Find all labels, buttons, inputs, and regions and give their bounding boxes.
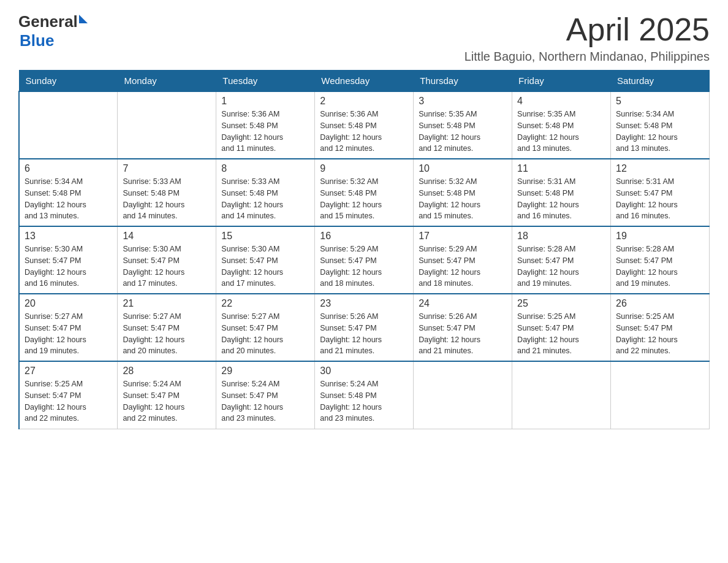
calendar-cell: 13Sunrise: 5:30 AMSunset: 5:47 PMDayligh… — [19, 226, 118, 294]
calendar-week-2: 6Sunrise: 5:34 AMSunset: 5:48 PMDaylight… — [19, 159, 710, 226]
day-number: 24 — [419, 298, 507, 309]
day-info: Sunrise: 5:27 AMSunset: 5:47 PMDaylight:… — [123, 311, 211, 357]
day-info: Sunrise: 5:26 AMSunset: 5:47 PMDaylight:… — [320, 311, 408, 357]
day-number: 18 — [517, 231, 605, 242]
day-number: 7 — [123, 163, 211, 174]
day-number: 2 — [320, 96, 408, 107]
day-info: Sunrise: 5:33 AMSunset: 5:48 PMDaylight:… — [123, 176, 211, 222]
day-number: 22 — [221, 298, 309, 309]
day-info: Sunrise: 5:31 AMSunset: 5:48 PMDaylight:… — [517, 176, 605, 222]
calendar-cell: 26Sunrise: 5:25 AMSunset: 5:47 PMDayligh… — [611, 294, 710, 361]
column-header-friday: Friday — [512, 71, 611, 92]
day-info: Sunrise: 5:29 AMSunset: 5:47 PMDaylight:… — [320, 243, 408, 289]
calendar-cell: 30Sunrise: 5:24 AMSunset: 5:48 PMDayligh… — [315, 361, 414, 429]
calendar-cell: 5Sunrise: 5:34 AMSunset: 5:48 PMDaylight… — [611, 91, 710, 159]
day-info: Sunrise: 5:33 AMSunset: 5:48 PMDaylight:… — [221, 176, 309, 222]
day-info: Sunrise: 5:34 AMSunset: 5:48 PMDaylight:… — [616, 109, 704, 155]
day-number: 25 — [517, 298, 605, 309]
calendar-cell: 4Sunrise: 5:35 AMSunset: 5:48 PMDaylight… — [512, 91, 611, 159]
title-block: April 2025 Little Baguio, Northern Minda… — [464, 12, 710, 64]
calendar-cell — [611, 361, 710, 429]
day-number: 21 — [123, 298, 211, 309]
day-number: 14 — [123, 231, 211, 242]
day-info: Sunrise: 5:30 AMSunset: 5:47 PMDaylight:… — [123, 243, 211, 289]
day-info: Sunrise: 5:27 AMSunset: 5:47 PMDaylight:… — [221, 311, 309, 357]
logo: General Blue — [18, 12, 88, 50]
calendar-cell: 29Sunrise: 5:24 AMSunset: 5:47 PMDayligh… — [216, 361, 315, 429]
day-info: Sunrise: 5:26 AMSunset: 5:47 PMDaylight:… — [419, 311, 507, 357]
calendar-cell: 16Sunrise: 5:29 AMSunset: 5:47 PMDayligh… — [315, 226, 414, 294]
day-number: 16 — [320, 231, 408, 242]
column-header-monday: Monday — [118, 71, 216, 92]
calendar-cell: 10Sunrise: 5:32 AMSunset: 5:48 PMDayligh… — [414, 159, 512, 226]
day-number: 20 — [25, 298, 112, 309]
calendar-cell: 3Sunrise: 5:35 AMSunset: 5:48 PMDaylight… — [414, 91, 512, 159]
logo-triangle-icon — [79, 15, 88, 23]
calendar-cell: 21Sunrise: 5:27 AMSunset: 5:47 PMDayligh… — [118, 294, 216, 361]
column-header-thursday: Thursday — [414, 71, 512, 92]
calendar-cell — [19, 91, 118, 159]
day-number: 10 — [419, 163, 507, 174]
day-info: Sunrise: 5:32 AMSunset: 5:48 PMDaylight:… — [419, 176, 507, 222]
day-info: Sunrise: 5:24 AMSunset: 5:47 PMDaylight:… — [123, 378, 211, 424]
header-row: SundayMondayTuesdayWednesdayThursdayFrid… — [19, 71, 710, 92]
calendar-week-3: 13Sunrise: 5:30 AMSunset: 5:47 PMDayligh… — [19, 226, 710, 294]
day-info: Sunrise: 5:27 AMSunset: 5:47 PMDaylight:… — [25, 311, 112, 357]
day-info: Sunrise: 5:24 AMSunset: 5:47 PMDaylight:… — [221, 378, 309, 424]
day-number: 9 — [320, 163, 408, 174]
calendar-week-4: 20Sunrise: 5:27 AMSunset: 5:47 PMDayligh… — [19, 294, 710, 361]
calendar-cell: 8Sunrise: 5:33 AMSunset: 5:48 PMDaylight… — [216, 159, 315, 226]
calendar-cell: 18Sunrise: 5:28 AMSunset: 5:47 PMDayligh… — [512, 226, 611, 294]
day-number: 17 — [419, 231, 507, 242]
calendar-cell: 2Sunrise: 5:36 AMSunset: 5:48 PMDaylight… — [315, 91, 414, 159]
day-info: Sunrise: 5:35 AMSunset: 5:48 PMDaylight:… — [517, 109, 605, 155]
day-number: 3 — [419, 96, 507, 107]
calendar-cell: 28Sunrise: 5:24 AMSunset: 5:47 PMDayligh… — [118, 361, 216, 429]
page-header: General Blue April 2025 Little Baguio, N… — [18, 12, 710, 64]
calendar-header: SundayMondayTuesdayWednesdayThursdayFrid… — [19, 71, 710, 92]
day-number: 13 — [25, 231, 112, 242]
day-number: 27 — [25, 366, 112, 377]
calendar-cell: 22Sunrise: 5:27 AMSunset: 5:47 PMDayligh… — [216, 294, 315, 361]
day-info: Sunrise: 5:24 AMSunset: 5:48 PMDaylight:… — [320, 378, 408, 424]
calendar-cell: 1Sunrise: 5:36 AMSunset: 5:48 PMDaylight… — [216, 91, 315, 159]
day-number: 5 — [616, 96, 704, 107]
day-info: Sunrise: 5:32 AMSunset: 5:48 PMDaylight:… — [320, 176, 408, 222]
calendar-cell: 7Sunrise: 5:33 AMSunset: 5:48 PMDaylight… — [118, 159, 216, 226]
calendar-cell: 20Sunrise: 5:27 AMSunset: 5:47 PMDayligh… — [19, 294, 118, 361]
calendar-cell: 17Sunrise: 5:29 AMSunset: 5:47 PMDayligh… — [414, 226, 512, 294]
calendar-cell: 11Sunrise: 5:31 AMSunset: 5:48 PMDayligh… — [512, 159, 611, 226]
calendar-cell: 19Sunrise: 5:28 AMSunset: 5:47 PMDayligh… — [611, 226, 710, 294]
day-number: 29 — [221, 366, 309, 377]
calendar-cell: 27Sunrise: 5:25 AMSunset: 5:47 PMDayligh… — [19, 361, 118, 429]
day-number: 28 — [123, 366, 211, 377]
calendar-cell: 9Sunrise: 5:32 AMSunset: 5:48 PMDaylight… — [315, 159, 414, 226]
day-number: 26 — [616, 298, 704, 309]
logo-blue: Blue — [20, 31, 54, 50]
calendar-cell: 24Sunrise: 5:26 AMSunset: 5:47 PMDayligh… — [414, 294, 512, 361]
day-number: 15 — [221, 231, 309, 242]
column-header-sunday: Sunday — [19, 71, 118, 92]
calendar-table: SundayMondayTuesdayWednesdayThursdayFrid… — [18, 70, 710, 429]
day-info: Sunrise: 5:25 AMSunset: 5:47 PMDaylight:… — [25, 378, 112, 424]
calendar-cell: 25Sunrise: 5:25 AMSunset: 5:47 PMDayligh… — [512, 294, 611, 361]
day-info: Sunrise: 5:30 AMSunset: 5:47 PMDaylight:… — [25, 243, 112, 289]
day-number: 12 — [616, 163, 704, 174]
day-info: Sunrise: 5:29 AMSunset: 5:47 PMDaylight:… — [419, 243, 507, 289]
day-info: Sunrise: 5:34 AMSunset: 5:48 PMDaylight:… — [25, 176, 112, 222]
column-header-wednesday: Wednesday — [315, 71, 414, 92]
calendar-cell: 23Sunrise: 5:26 AMSunset: 5:47 PMDayligh… — [315, 294, 414, 361]
subtitle: Little Baguio, Northern Mindanao, Philip… — [464, 50, 710, 64]
column-header-saturday: Saturday — [611, 71, 710, 92]
day-number: 4 — [517, 96, 605, 107]
day-info: Sunrise: 5:30 AMSunset: 5:47 PMDaylight:… — [221, 243, 309, 289]
day-number: 30 — [320, 366, 408, 377]
day-info: Sunrise: 5:28 AMSunset: 5:47 PMDaylight:… — [616, 243, 704, 289]
calendar-cell: 12Sunrise: 5:31 AMSunset: 5:47 PMDayligh… — [611, 159, 710, 226]
calendar-cell — [414, 361, 512, 429]
day-info: Sunrise: 5:36 AMSunset: 5:48 PMDaylight:… — [221, 109, 309, 155]
calendar-cell — [512, 361, 611, 429]
logo-general: General — [18, 12, 78, 31]
day-info: Sunrise: 5:25 AMSunset: 5:47 PMDaylight:… — [616, 311, 704, 357]
calendar-body: 1Sunrise: 5:36 AMSunset: 5:48 PMDaylight… — [19, 91, 710, 429]
